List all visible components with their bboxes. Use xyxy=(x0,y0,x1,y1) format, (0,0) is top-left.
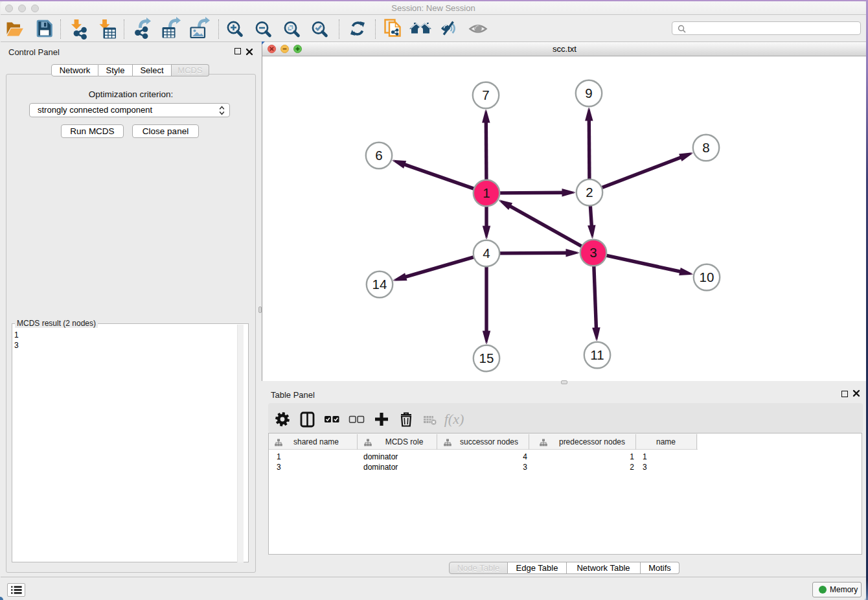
svg-text:7: 7 xyxy=(482,87,489,102)
svg-text:1: 1 xyxy=(483,185,490,200)
svg-text:14: 14 xyxy=(372,277,387,292)
svg-text:4: 4 xyxy=(483,246,490,260)
svg-text:6: 6 xyxy=(375,148,382,163)
svg-text:11: 11 xyxy=(590,347,604,362)
svg-text:2: 2 xyxy=(586,185,593,200)
svg-text:3: 3 xyxy=(589,245,597,260)
svg-text:8: 8 xyxy=(702,140,709,155)
svg-text:15: 15 xyxy=(479,351,494,365)
svg-text:9: 9 xyxy=(585,86,592,100)
svg-text:f(x): f(x) xyxy=(444,411,464,427)
svg-text:10: 10 xyxy=(700,270,714,284)
